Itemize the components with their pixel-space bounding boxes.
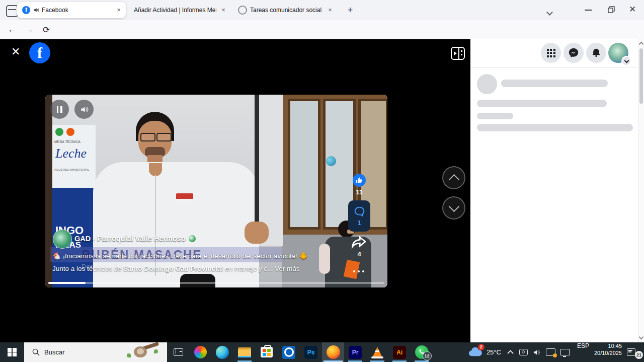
weather-temp: 25°C [487,348,501,356]
caption-line2: Junto a los técnicos de Santo Domingo Ga… [52,265,300,272]
account-chevron-icon [621,56,631,66]
like-count: 11 [348,188,371,196]
mute-button[interactable] [74,100,94,119]
facebook-favicon: f [22,6,30,14]
search-icon [32,348,40,356]
search-label: Buscar [44,348,64,356]
reload-button[interactable]: ⟳ [40,25,53,35]
taskbar-outlook-icon[interactable] [278,342,300,362]
window-minimize-button[interactable] [585,10,592,11]
tray-onedrive-icon[interactable] [546,342,555,362]
taskbar-store-icon[interactable] [256,342,278,362]
notification-center-button[interactable]: 21 [627,342,644,362]
facebook-logo[interactable]: f [29,42,50,63]
clock[interactable]: 10:45 20/10/2025 [594,342,622,362]
page-scrollbar[interactable] [638,39,644,342]
skeleton-line [477,100,607,107]
taskbar-file-explorer-icon[interactable] [233,342,256,362]
share-button[interactable] [351,236,367,252]
reel-video[interactable]: MESA TÉCNICA Leche ACUERDO MINISTERIAL I… [45,95,387,287]
window-close-button[interactable]: ✕ [629,4,636,15]
apps-grid-icon[interactable] [541,43,561,63]
close-icon[interactable]: ✕ [11,45,20,58]
more-options-icon[interactable] [353,270,364,272]
skeleton-line [477,113,513,119]
comment-count: 1 [357,219,361,227]
taskbar-photoshop-icon[interactable]: Ps [300,342,322,362]
search-highlight-sloth[interactable] [125,343,160,361]
window-restore-button[interactable] [608,6,615,16]
tab-tareas[interactable]: Tareas comunicador social GAD × [233,2,337,18]
tab-manager-icon[interactable] [6,5,18,17]
see-more-link[interactable]: Ver más [275,265,300,272]
video-progress-fill [48,282,86,284]
tab-favicon-globe-icon [238,6,247,15]
rooster-emoji: 🐔 [52,252,61,260]
weather-widget[interactable]: 2 25°C [467,342,501,362]
pause-button[interactable] [50,100,69,119]
forward-button[interactable]: → [23,25,36,35]
windows-taskbar: Buscar [0,342,644,362]
page-avatar[interactable] [53,230,72,249]
tab-close-icon[interactable]: × [219,6,227,14]
language-indicator[interactable]: ESP [577,342,589,362]
glass-logo [326,156,336,166]
taskbar-whatsapp-icon[interactable]: 12 [411,342,433,362]
tray-network-icon[interactable] [560,342,570,362]
taskbar-firefox-icon[interactable] [322,342,344,362]
tab-title: Tareas comunicador social GAD [250,7,323,14]
skeleton-line [477,124,633,131]
tab-close-icon[interactable]: × [115,6,123,14]
thumbs-up-icon [356,177,363,184]
caption-page-mention[interactable]: Santo Domingo Gad Provincial [123,265,223,272]
page-name[interactable]: GAD - Parroquial Valle Hermoso [74,235,186,243]
clock-date: 20/10/2025 [594,349,622,356]
like-button[interactable] [353,174,366,187]
tray-device-icon[interactable] [519,342,528,362]
previous-reel-button[interactable] [442,166,465,189]
shirt-patch [176,193,193,203]
video-progress-track[interactable] [48,282,384,284]
tab-facebook[interactable]: f Facebook × [17,2,126,18]
chick-emoji: 🐥 [299,252,307,260]
caption-line1: 🐔 ¡Iniciamos la semana con acciones clav… [52,252,307,260]
tray-volume-icon[interactable] [533,342,541,362]
next-reel-button[interactable] [442,196,465,220]
start-button[interactable] [0,342,24,362]
taskbar-copilot-icon[interactable] [189,342,211,362]
task-view-button[interactable] [167,342,189,362]
tab-title: Facebook [42,7,112,14]
divider [470,67,638,67]
tab-close-icon[interactable]: × [326,6,334,14]
taskbar-premiere-icon[interactable]: Pr [344,342,366,362]
tab-audio-icon[interactable] [33,7,39,13]
browser-toolbar: ← → ⟳ www.facebook.com/reel/196838533401… [0,20,644,40]
tray-expand-icon[interactable] [508,342,513,362]
scroll-up-icon[interactable] [639,42,644,47]
desktop: f Facebook × Añadir Actividad | Informes… [0,0,644,362]
whatsapp-badge: 12 [423,351,432,360]
browser-tabstrip: f Facebook × Añadir Actividad | Informes… [0,0,644,20]
tab-informes[interactable]: Añadir Actividad | Informes Mensua × [130,2,230,18]
reel-viewer: ✕ f [0,39,470,342]
messenger-icon[interactable] [564,43,584,63]
scrollbar-thumb[interactable] [639,48,643,104]
taskbar-vlc-icon[interactable] [366,342,388,362]
comment-icon [353,205,366,218]
scroll-down-icon[interactable] [639,335,644,340]
notification-count-badge: 21 [635,351,643,359]
back-button[interactable]: ← [6,25,19,35]
notifications-icon[interactable] [586,43,606,63]
list-all-tabs-icon[interactable] [547,8,552,17]
page-name-row[interactable]: GAD - Parroquial Valle Hermoso [74,235,196,243]
globe-badge-icon [189,235,196,242]
facebook-right-panel [470,39,644,342]
taskbar-edge-icon[interactable] [211,342,233,362]
search-box[interactable]: Buscar [24,342,167,362]
clock-time: 10:45 [594,342,622,349]
taskbar-illustrator-icon[interactable]: Ai [388,342,411,362]
sidebar-toggle-icon[interactable] [451,47,465,60]
comment-button[interactable]: 1 [348,200,370,232]
profile-avatar[interactable] [608,43,628,63]
new-tab-button[interactable]: + [344,4,356,16]
